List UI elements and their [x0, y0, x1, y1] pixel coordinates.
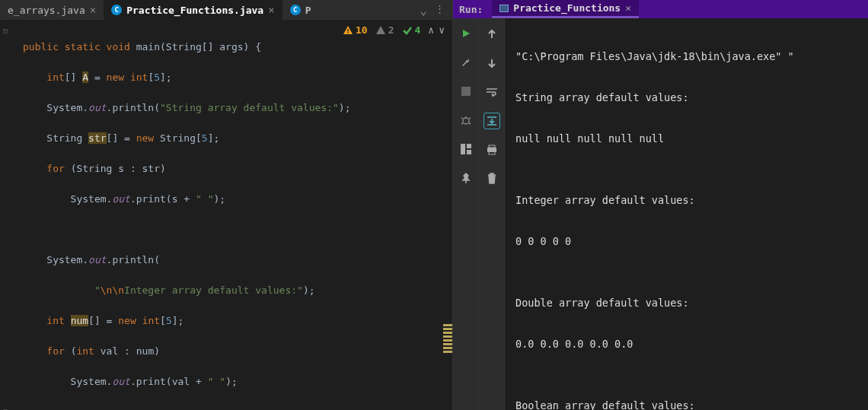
console-line: Integer array default values:: [515, 190, 857, 211]
svg-point-3: [463, 118, 469, 124]
console-line: 0 0 0 0 0: [515, 231, 857, 252]
trash-icon[interactable]: [483, 170, 500, 187]
tabs-overflow: ⌄ ⋮: [412, 3, 452, 17]
console-line: Double array default values:: [515, 293, 857, 313]
svg-rect-0: [347, 29, 348, 32]
fold-icon[interactable]: ⊟: [3, 407, 8, 410]
print-icon[interactable]: [483, 141, 500, 158]
next-highlight-icon[interactable]: ∨: [439, 24, 445, 36]
warning-badge[interactable]: 10: [343, 24, 368, 36]
java-class-icon: C: [290, 5, 301, 15]
svg-rect-6: [467, 150, 471, 154]
editor-tabs: e_arrays.java × C Practice_Functions.jav…: [0, 0, 452, 20]
svg-rect-7: [489, 145, 495, 148]
svg-rect-4: [461, 144, 465, 154]
tab-menu-icon[interactable]: ⋮: [435, 3, 445, 17]
console-line: Boolean array default values:: [515, 396, 857, 410]
code-content[interactable]: public static void main(String[] args) {…: [0, 20, 452, 410]
run-header: Run: Practice_Functions ×: [453, 0, 868, 18]
console-line: String array default values:: [515, 87, 857, 108]
console-line: "C:\Program Files\Java\jdk-18\bin\java.e…: [515, 46, 857, 67]
run-toolbar-secondary: [479, 18, 505, 410]
ok-badge[interactable]: 4: [402, 24, 421, 36]
rerun-icon[interactable]: [458, 26, 474, 41]
pin-icon[interactable]: [458, 170, 474, 186]
app-root: e_arrays.java × C Practice_Functions.jav…: [0, 0, 868, 410]
run-pane: Run: Practice_Functions ×: [452, 0, 868, 410]
tab-other[interactable]: C P: [282, 0, 319, 20]
tab-label: e_arrays.java: [8, 5, 85, 16]
error-stripe[interactable]: [443, 324, 452, 354]
svg-rect-1: [347, 32, 348, 33]
debug-icon[interactable]: [458, 113, 474, 128]
run-tab[interactable]: Practice_Functions ×: [492, 0, 639, 18]
run-tab-label: Practice_Functions: [513, 2, 621, 14]
code-area[interactable]: 10 2 4 ∧ ∨ ⊟ ⊟ public static: [0, 20, 452, 410]
console-output[interactable]: "C:\Program Files\Java\jdk-18\bin\java.e…: [505, 18, 868, 410]
close-icon[interactable]: ×: [90, 4, 96, 16]
tab-label: Practice_Functions.java: [126, 5, 263, 16]
layout-icon[interactable]: [458, 141, 474, 157]
editor-pane: e_arrays.java × C Practice_Functions.jav…: [0, 0, 452, 410]
gutter: ⊟ ⊟: [0, 20, 14, 410]
svg-rect-2: [461, 87, 471, 96]
soft-wrap-icon[interactable]: [483, 84, 500, 100]
inspections-widget[interactable]: 10 2 4 ∧ ∨: [343, 24, 445, 36]
more-tabs-icon[interactable]: ⌄: [420, 3, 427, 17]
wrench-icon[interactable]: [458, 55, 474, 70]
down-icon[interactable]: [483, 55, 500, 72]
run-config-icon: [499, 5, 509, 12]
weak-warning-badge[interactable]: 2: [375, 24, 394, 36]
fold-icon[interactable]: ⊟: [3, 27, 8, 35]
console-line: 0.0 0.0 0.0 0.0 0.0: [515, 334, 857, 354]
svg-rect-5: [467, 144, 471, 148]
tab-label: P: [305, 5, 311, 16]
tab-functions[interactable]: C Practice_Functions.java ×: [104, 0, 282, 20]
java-class-icon: C: [111, 5, 122, 15]
stop-icon[interactable]: [458, 84, 474, 99]
tab-arrays[interactable]: e_arrays.java ×: [0, 0, 104, 20]
run-toolbar-primary: [453, 18, 479, 410]
close-icon[interactable]: ×: [625, 2, 631, 14]
scroll-to-end-icon[interactable]: [483, 113, 500, 129]
prev-highlight-icon[interactable]: ∧: [428, 24, 434, 36]
console-line: null null null null null: [515, 129, 857, 149]
up-icon[interactable]: [483, 26, 500, 43]
run-body: "C:\Program Files\Java\jdk-18\bin\java.e…: [453, 18, 868, 410]
close-icon[interactable]: ×: [268, 4, 274, 16]
run-label: Run:: [459, 4, 483, 15]
